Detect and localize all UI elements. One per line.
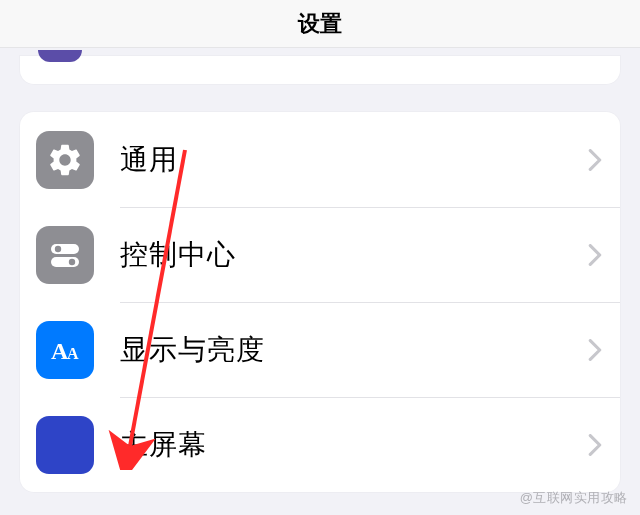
toggles-icon <box>36 226 94 284</box>
row-display-brightness[interactable]: A A 显示与亮度 <box>20 302 620 397</box>
chevron-right-icon <box>588 244 602 266</box>
chevron-right-icon <box>588 339 602 361</box>
svg-point-1 <box>55 245 61 251</box>
watermark-text: @互联网实用攻略 <box>520 489 628 507</box>
row-control-center[interactable]: 控制中心 <box>20 207 620 302</box>
header-bar: 设置 <box>0 0 640 48</box>
profile-card-bottom[interactable] <box>20 56 620 84</box>
row-home-screen[interactable]: 主屏幕 <box>20 397 620 492</box>
row-label: 主屏幕 <box>120 426 588 464</box>
page-title: 设置 <box>298 9 342 39</box>
row-label: 通用 <box>120 141 588 179</box>
row-label: 显示与亮度 <box>120 331 588 369</box>
svg-text:A: A <box>67 345 79 362</box>
chevron-right-icon <box>588 434 602 456</box>
app-grid-icon <box>36 416 94 474</box>
chevron-right-icon <box>588 149 602 171</box>
settings-list: 通用 控制中心 A A 显示与亮度 主屏幕 <box>20 112 620 492</box>
text-size-icon: A A <box>36 321 94 379</box>
row-label: 控制中心 <box>120 236 588 274</box>
gear-icon <box>36 131 94 189</box>
svg-point-3 <box>69 258 75 264</box>
row-general[interactable]: 通用 <box>20 112 620 207</box>
